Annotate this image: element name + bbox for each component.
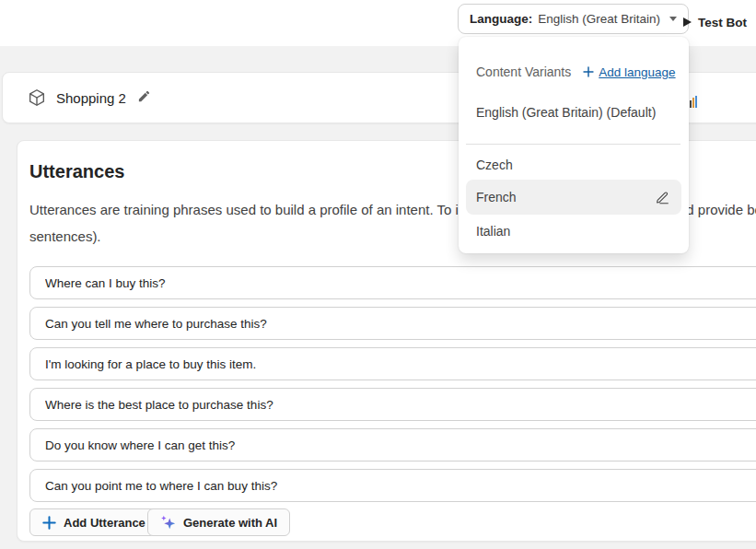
menu-item-french[interactable]: French (466, 180, 681, 215)
language-value: English (Great Britain) (538, 12, 660, 26)
edit-language-icon[interactable] (654, 189, 670, 205)
plus-icon (42, 516, 56, 530)
intent-cube-icon (27, 88, 47, 111)
language-label: Language: (470, 12, 532, 26)
language-menu: Content Variants Add language English (G… (459, 37, 689, 253)
test-bot-button[interactable]: Test Bot (683, 12, 747, 32)
section-description-line1: Utterances are training phrases used to … (29, 202, 528, 217)
menu-divider (466, 144, 680, 145)
menu-item-default-language[interactable]: English (Great Britain) (Default) (476, 105, 656, 120)
utterance-input[interactable] (29, 307, 756, 340)
add-language-link[interactable]: Add language (583, 65, 675, 79)
language-dropdown-button[interactable]: Language: English (Great Britain) (458, 4, 689, 34)
menu-item-czech[interactable]: Czech (476, 158, 513, 172)
content-variants-title: Content Variants (476, 64, 571, 79)
page-title: Shopping 2 (56, 90, 126, 106)
menu-item-italian[interactable]: Italian (476, 224, 510, 239)
section-heading: Utterances (29, 161, 124, 182)
utterance-input[interactable] (29, 428, 756, 461)
utterance-input[interactable] (29, 266, 756, 299)
add-language-label: Add language (599, 65, 675, 79)
section-description-fragment: ld provide be (683, 202, 756, 217)
section-description-line2: sentences). (29, 228, 101, 244)
edit-title-icon[interactable] (137, 89, 151, 106)
add-utterance-label: Add Utterance (64, 516, 145, 530)
play-icon (683, 18, 692, 27)
menu-item-french-label: French (476, 190, 517, 204)
app: Language: English (Great Britain) Test B… (0, 0, 756, 549)
occluded-element-fragment (690, 96, 697, 108)
chevron-down-icon (669, 17, 677, 21)
language-menu-header: Content Variants Add language (476, 64, 676, 79)
ai-sparkle-icon (160, 515, 176, 531)
utterance-input[interactable] (29, 347, 756, 380)
utterance-input[interactable] (29, 388, 756, 421)
generate-with-ai-button[interactable]: Generate with AI (147, 508, 290, 536)
plus-icon (583, 66, 594, 77)
generate-with-ai-label: Generate with AI (183, 516, 277, 530)
test-bot-label: Test Bot (698, 16, 747, 29)
add-utterance-button[interactable]: Add Utterance (29, 508, 158, 536)
utterance-input[interactable] (29, 469, 756, 502)
